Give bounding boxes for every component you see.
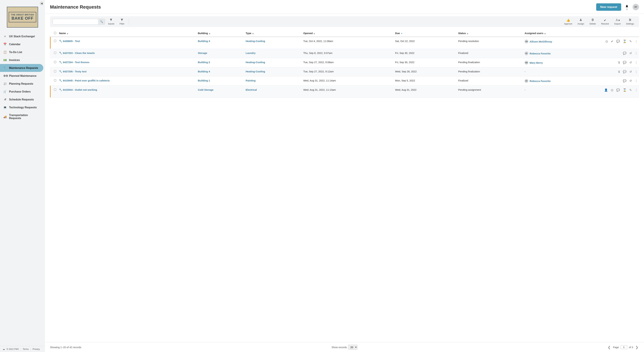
building-link[interactable]: Storage xyxy=(198,52,207,54)
col-name[interactable]: Name ◆ xyxy=(58,30,196,37)
search-input[interactable] xyxy=(53,19,98,24)
row-action-edit[interactable]: ✎ xyxy=(630,88,632,92)
user-link[interactable]: Allison McGillivray xyxy=(530,40,552,43)
row-action-comment[interactable]: 💬 xyxy=(616,40,620,43)
sidebar-item-to-do-list[interactable]: 📋To-Do List xyxy=(0,48,43,56)
row-action-user[interactable]: 👤 xyxy=(604,88,608,92)
row-action-undo[interactable]: ↺ xyxy=(630,52,632,55)
avatar[interactable]: RF xyxy=(632,4,639,10)
row-action-dollar[interactable]: $ xyxy=(618,61,620,64)
row-action-undo[interactable]: ↺ xyxy=(630,70,632,74)
type-link[interactable]: Heating-Cooling xyxy=(246,70,265,73)
user-link[interactable]: Mary Berry xyxy=(530,61,543,64)
request-link[interactable]: 🔧6428805 - Test xyxy=(59,40,80,43)
resolve-button[interactable]: ✔ Resolve xyxy=(599,18,611,26)
filter-button[interactable]: Filter xyxy=(117,18,127,26)
select-all-checkbox[interactable] xyxy=(54,32,56,34)
building-link[interactable]: Building 4 xyxy=(198,70,210,73)
type-link[interactable]: Laundry xyxy=(246,52,256,54)
new-request-button[interactable]: New request xyxy=(596,3,621,11)
row-checkbox[interactable] xyxy=(54,79,56,81)
sidebar-item-technology-requests[interactable]: 💻Technology Requests xyxy=(0,103,43,111)
type-link[interactable]: Heating-Cooling xyxy=(246,40,265,43)
sidebar-item-maintenance-requests[interactable]: 🔧Maintenance Requests xyxy=(0,64,43,72)
row-action-clock[interactable]: ◷ xyxy=(606,40,608,43)
row-checkbox[interactable] xyxy=(54,70,56,72)
building-link[interactable]: Cold Storage xyxy=(198,88,214,91)
sidebar-item-transportation-requests[interactable]: 🚚Transportation Requests xyxy=(0,111,43,122)
row-action-menu[interactable]: ⋮ xyxy=(635,61,638,64)
page-input[interactable] xyxy=(620,345,627,349)
notifications-button[interactable]: 0 xyxy=(625,4,628,10)
row-action-menu[interactable]: ⋮ xyxy=(635,52,638,55)
request-link[interactable]: 🔧6427204 - Test themes xyxy=(59,61,90,64)
sidebar-collapse-button[interactable]: ◀ xyxy=(40,1,44,5)
search-button[interactable]: 🔍 xyxy=(98,19,105,24)
building-link[interactable]: Building 2 xyxy=(198,61,210,64)
row-action-comment[interactable]: 💬 xyxy=(623,70,626,74)
row-action-comment[interactable]: 💬 xyxy=(623,52,626,55)
row-action-comment[interactable]: 💬 xyxy=(623,79,626,83)
settings-button[interactable]: Settings xyxy=(624,18,636,26)
sidebar-item-purchase-orders[interactable]: 🛒Purchase Orders xyxy=(0,88,43,96)
row-action-undo[interactable]: ↺ xyxy=(630,61,632,64)
row-action-menu[interactable]: ⋮ xyxy=(635,40,638,43)
footer-terms-link[interactable]: Terms xyxy=(23,348,29,350)
type-link[interactable]: Electrical xyxy=(246,88,257,91)
table-row: 🔧6427204 - Test themes Building 2 Heatin… xyxy=(50,58,639,67)
clipboard-icon: 📋 xyxy=(3,51,7,54)
approve-button[interactable]: 👍 Approve xyxy=(562,18,574,26)
row-action-check[interactable]: ✔ xyxy=(611,40,613,43)
row-action-hourglass[interactable]: ⌛ xyxy=(623,40,626,43)
request-link[interactable]: 🔧6427206 - Testy test xyxy=(59,70,86,73)
request-link[interactable]: 🔧6427203 - Clean the towels xyxy=(59,52,95,54)
next-page-button[interactable]: ❯ xyxy=(635,345,639,349)
type-link[interactable]: Painting xyxy=(246,79,256,82)
sidebar-item-schedule-requests[interactable]: ↺Schedule Requests xyxy=(0,96,43,103)
col-building[interactable]: Building ◆ xyxy=(196,30,244,37)
request-link[interactable]: 🔧6415945 - Paint over graffiti in cafete… xyxy=(59,79,110,82)
col-opened[interactable]: Opened ◆ xyxy=(302,30,394,37)
records-per-page-select[interactable]: 20 xyxy=(348,345,358,350)
user-link[interactable]: Rebecca Favorito xyxy=(530,80,550,82)
sidebar-item-ux-stack-exchange-[interactable]: ≡UX Stack Exchange/ xyxy=(0,33,43,40)
col-due[interactable]: Due ▼ xyxy=(394,30,457,37)
prev-page-button[interactable]: ❮ xyxy=(607,345,611,349)
row-action-dollar[interactable]: $ xyxy=(618,70,620,74)
row-checkbox[interactable] xyxy=(54,89,56,91)
row-action-clock[interactable]: ◷ xyxy=(611,88,613,92)
export-button[interactable]: ▾ Export xyxy=(612,18,623,26)
row-action-menu[interactable]: ⋮ xyxy=(635,88,638,92)
sidebar-item-calendar[interactable]: 📅Calendar xyxy=(0,40,43,48)
cart-icon: 🛒 xyxy=(3,90,7,93)
row-checkbox[interactable] xyxy=(54,52,56,54)
footer-privacy-link[interactable]: Privacy xyxy=(32,348,40,350)
col-type[interactable]: Type ◆ xyxy=(244,30,302,37)
row-action-menu[interactable]: ⋮ xyxy=(635,70,638,74)
delete-button[interactable]: Delete xyxy=(587,18,598,26)
user-badge: AM xyxy=(524,40,528,43)
row-action-undo[interactable]: ↺ xyxy=(630,79,632,83)
row-action-hourglass[interactable]: ⌛ xyxy=(623,88,626,92)
thumbs-up-icon: 👍 xyxy=(566,19,570,22)
sidebar-item-planned-maintenance[interactable]: ⚙⚙Planned Maintenance xyxy=(0,72,43,80)
assign-button[interactable]: Assign xyxy=(575,18,586,26)
flag-indicator xyxy=(50,37,51,49)
sidebar-item-planning-requests[interactable]: 📰Planning Requests xyxy=(0,80,43,88)
saved-button[interactable]: Saved xyxy=(106,18,116,26)
row-action-comment[interactable]: 💬 xyxy=(623,61,626,64)
sidebar-item-invoices[interactable]: 💵Invoices xyxy=(0,56,43,64)
building-link[interactable]: Building 1 xyxy=(198,79,210,82)
row-action-edit[interactable]: ✎ xyxy=(630,40,632,43)
user-link[interactable]: Rebecca Favorito xyxy=(530,52,550,55)
col-status[interactable]: Status ◆ xyxy=(457,30,523,37)
row-checkbox[interactable] xyxy=(54,61,56,63)
row-action-menu[interactable]: ⋮ xyxy=(635,79,638,83)
request-link[interactable]: 🔧6415944 - Outlet not working xyxy=(59,88,97,91)
type-link[interactable]: Heating-Cooling xyxy=(246,61,265,64)
row-action-comment[interactable]: 💬 xyxy=(616,88,620,92)
row-checkbox[interactable] xyxy=(54,40,56,42)
opened-cell: Tue, Oct 4, 2022, 11:08am xyxy=(302,37,394,49)
building-link[interactable]: Building 3 xyxy=(198,40,210,43)
col-assigned[interactable]: Assigned users ◆ xyxy=(523,30,602,37)
